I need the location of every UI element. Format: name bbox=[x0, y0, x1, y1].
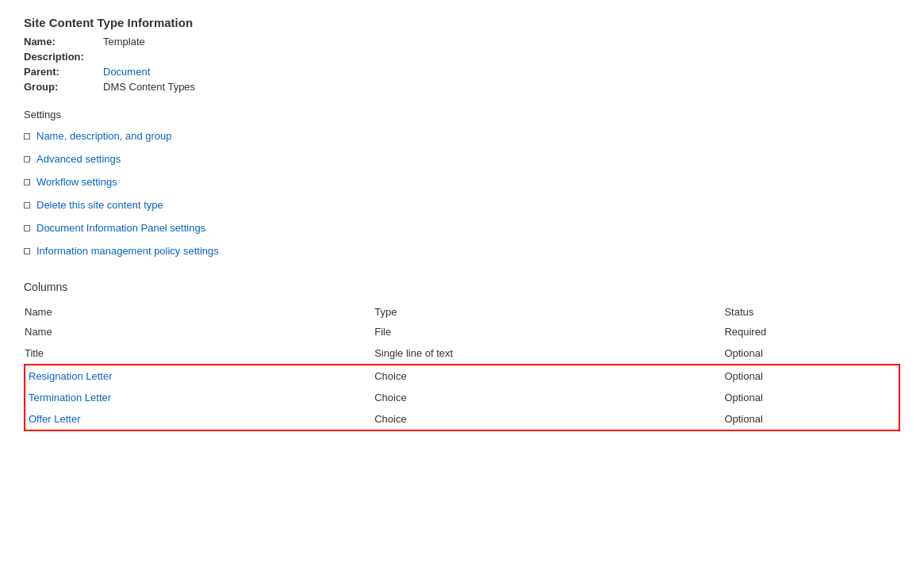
columns-header-row: Name Type Status bbox=[25, 303, 899, 321]
col-cell-type: Choice bbox=[374, 365, 724, 387]
settings-link-document-info-panel[interactable]: Document Information Panel settings bbox=[36, 222, 205, 234]
settings-link-item-document-info-panel: Document Information Panel settings bbox=[24, 222, 900, 234]
parent-link[interactable]: Document bbox=[103, 66, 150, 78]
group-value: DMS Content Types bbox=[103, 81, 195, 93]
page-title: Site Content Type Information bbox=[24, 16, 900, 29]
settings-link-item-info-management-policy: Information management policy settings bbox=[24, 245, 900, 257]
settings-link-info-management-policy[interactable]: Information management policy settings bbox=[36, 245, 219, 257]
bullet-icon bbox=[24, 179, 30, 185]
col-cell-type: File bbox=[374, 321, 724, 342]
columns-section: Columns Name Type Status NameFileRequire… bbox=[24, 281, 900, 431]
col-header-type: Type bbox=[374, 303, 724, 321]
table-row: Offer LetterChoiceOptional bbox=[25, 408, 899, 430]
column-name-link[interactable]: Offer Letter bbox=[29, 413, 81, 425]
parent-row: Parent: Document bbox=[24, 66, 900, 78]
column-name-link[interactable]: Resignation Letter bbox=[29, 370, 113, 382]
col-cell-name: Title bbox=[25, 342, 374, 365]
site-content-type-info: Site Content Type Information Name: Temp… bbox=[24, 16, 900, 93]
bullet-icon bbox=[24, 202, 30, 208]
col-cell-status: Required bbox=[724, 321, 899, 342]
columns-body: NameFileRequiredTitleSingle line of text… bbox=[25, 321, 899, 430]
columns-table: Name Type Status NameFileRequiredTitleSi… bbox=[24, 303, 900, 431]
settings-link-item-name-desc-group: Name, description, and group bbox=[24, 130, 900, 142]
description-label: Description: bbox=[24, 51, 103, 63]
col-header-status: Status bbox=[724, 303, 899, 321]
table-row: Termination LetterChoiceOptional bbox=[25, 387, 899, 408]
col-cell-type: Choice bbox=[374, 408, 724, 430]
bullet-icon bbox=[24, 248, 30, 254]
col-cell-type: Choice bbox=[374, 387, 724, 408]
description-row: Description: bbox=[24, 51, 900, 63]
table-row: TitleSingle line of textOptional bbox=[25, 342, 899, 365]
col-cell-name: Name bbox=[25, 321, 374, 342]
bullet-icon bbox=[24, 156, 30, 162]
col-cell-status: Optional bbox=[724, 342, 899, 365]
col-cell-name: Offer Letter bbox=[25, 408, 374, 430]
column-name-link[interactable]: Termination Letter bbox=[29, 392, 111, 403]
col-cell-name: Termination Letter bbox=[25, 387, 374, 408]
table-row: Resignation LetterChoiceOptional bbox=[25, 365, 899, 387]
settings-title: Settings bbox=[24, 109, 900, 120]
name-value: Template bbox=[103, 36, 145, 48]
settings-section: Settings Name, description, and groupAdv… bbox=[24, 109, 900, 257]
col-cell-status: Optional bbox=[724, 387, 899, 408]
settings-link-item-delete-content-type: Delete this site content type bbox=[24, 199, 900, 211]
group-label: Group: bbox=[24, 81, 103, 93]
col-header-name: Name bbox=[25, 303, 374, 321]
settings-links-container: Name, description, and groupAdvanced set… bbox=[24, 130, 900, 257]
bullet-icon bbox=[24, 225, 30, 231]
group-row: Group: DMS Content Types bbox=[24, 81, 900, 93]
settings-link-item-workflow-settings: Workflow settings bbox=[24, 176, 900, 188]
name-row: Name: Template bbox=[24, 36, 900, 48]
settings-link-name-desc-group[interactable]: Name, description, and group bbox=[36, 130, 172, 142]
col-cell-name: Resignation Letter bbox=[25, 365, 374, 387]
col-cell-status: Optional bbox=[724, 408, 899, 430]
parent-value: Document bbox=[103, 66, 150, 78]
settings-link-delete-content-type[interactable]: Delete this site content type bbox=[36, 199, 163, 211]
settings-link-workflow-settings[interactable]: Workflow settings bbox=[36, 176, 117, 188]
columns-title: Columns bbox=[24, 281, 900, 293]
table-row: NameFileRequired bbox=[25, 321, 899, 342]
name-label: Name: bbox=[24, 36, 103, 48]
settings-link-item-advanced-settings: Advanced settings bbox=[24, 153, 900, 165]
settings-link-advanced-settings[interactable]: Advanced settings bbox=[36, 153, 121, 165]
col-cell-type: Single line of text bbox=[374, 342, 724, 365]
bullet-icon bbox=[24, 133, 30, 140]
col-cell-status: Optional bbox=[724, 365, 899, 387]
parent-label: Parent: bbox=[24, 66, 103, 78]
